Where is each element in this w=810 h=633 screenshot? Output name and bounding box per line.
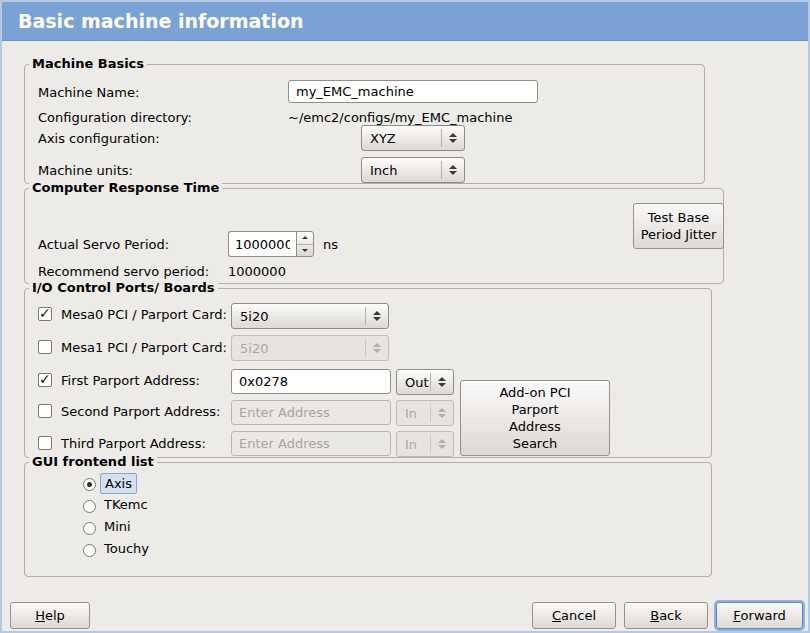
- machine-name-input[interactable]: [288, 80, 538, 103]
- second-parport-checkbox[interactable]: [38, 404, 52, 418]
- recommend-period-value: 1000000: [228, 264, 286, 280]
- config-dir-value: ~/emc2/configs/my_EMC_machine: [288, 110, 512, 126]
- radio-tkemc-label[interactable]: TKemc: [100, 495, 152, 514]
- addon-button-line1: Add-on PCI: [499, 384, 570, 401]
- cancel-button[interactable]: Cancel: [532, 602, 616, 629]
- mesa1-card-value: 5i20: [232, 341, 365, 356]
- test-base-period-jitter-button[interactable]: Test Base Period Jitter: [633, 203, 724, 249]
- radio-mini[interactable]: [83, 522, 96, 535]
- addon-button-line4: Search: [513, 435, 558, 452]
- test-button-line2: Period Jitter: [641, 226, 717, 243]
- servo-period-input[interactable]: [228, 231, 296, 257]
- first-parport-checkbox[interactable]: [38, 373, 52, 387]
- third-parport-label: Third Parport Address:: [61, 436, 206, 452]
- second-parport-direction-select: In: [396, 400, 454, 426]
- response-time-group: Computer Response Time Test Base Period …: [24, 188, 724, 284]
- help-button[interactable]: Help: [10, 602, 90, 629]
- radio-tkemc[interactable]: [83, 500, 96, 513]
- response-time-legend: Computer Response Time: [29, 180, 222, 195]
- servo-period-spinner[interactable]: [228, 231, 314, 257]
- second-parport-direction-value: In: [397, 406, 430, 421]
- addon-button-line2: Parport: [511, 401, 558, 418]
- mesa0-card-value: 5i20: [232, 309, 365, 324]
- first-parport-direction-select[interactable]: Out: [396, 369, 454, 395]
- machine-units-value: Inch: [362, 163, 441, 178]
- mesa1-checkbox[interactable]: [38, 340, 52, 354]
- radio-mini-label[interactable]: Mini: [100, 517, 135, 536]
- updown-arrows-icon: [431, 377, 453, 387]
- axis-config-value: XYZ: [362, 131, 441, 146]
- machine-name-label: Machine Name:: [38, 85, 139, 101]
- addon-button-line3: Address: [509, 418, 561, 435]
- gui-frontend-group: GUI frontend list Axis TKemc Mini Touchy: [24, 462, 712, 577]
- gui-frontend-legend: GUI frontend list: [29, 454, 157, 469]
- test-button-line1: Test Base: [648, 209, 709, 226]
- mesa1-card-select: 5i20: [231, 335, 389, 361]
- forward-button[interactable]: Forward: [716, 602, 803, 629]
- first-parport-direction-value: Out: [397, 375, 430, 390]
- radio-axis-label[interactable]: Axis: [100, 473, 137, 494]
- third-parport-checkbox[interactable]: [38, 436, 52, 450]
- radio-touchy-label[interactable]: Touchy: [100, 539, 153, 558]
- spin-up-icon[interactable]: [297, 232, 313, 245]
- updown-arrows-icon: [442, 133, 464, 143]
- basic-machine-information-window: Basic machine information Machine Basics…: [0, 0, 810, 633]
- updown-arrows-icon: [442, 165, 464, 175]
- servo-period-unit: ns: [323, 237, 338, 253]
- config-dir-label: Configuration directory:: [38, 110, 192, 126]
- first-parport-address-input[interactable]: [231, 369, 391, 394]
- recommend-period-label: Recommend servo period:: [38, 264, 209, 280]
- page-title: Basic machine information: [2, 2, 808, 41]
- mesa1-label: Mesa1 PCI / Parport Card:: [61, 340, 227, 356]
- spin-down-icon[interactable]: [297, 245, 313, 257]
- machine-units-label: Machine units:: [38, 163, 133, 179]
- second-parport-address-input: [231, 400, 391, 425]
- io-ports-group: I/O Control Ports/ Boards Mesa0 PCI / Pa…: [24, 288, 712, 458]
- axis-config-label: Axis configuration:: [38, 131, 160, 147]
- spinner-buttons[interactable]: [296, 231, 314, 257]
- first-parport-label: First Parport Address:: [61, 373, 200, 389]
- third-parport-address-input: [231, 431, 391, 456]
- io-ports-legend: I/O Control Ports/ Boards: [29, 280, 218, 295]
- mesa0-card-select[interactable]: 5i20: [231, 303, 389, 329]
- mesa0-label: Mesa0 PCI / Parport Card:: [61, 307, 227, 323]
- axis-config-select[interactable]: XYZ: [361, 125, 465, 151]
- radio-touchy[interactable]: [83, 544, 96, 557]
- machine-basics-group: Machine Basics Machine Name: Configurati…: [24, 64, 705, 184]
- addon-pci-search-button[interactable]: Add-on PCI Parport Address Search: [460, 380, 610, 456]
- updown-arrows-icon: [366, 311, 388, 321]
- updown-arrows-icon: [366, 343, 388, 353]
- radio-axis[interactable]: [83, 478, 96, 491]
- mesa0-checkbox[interactable]: [38, 307, 52, 321]
- updown-arrows-icon: [431, 408, 453, 418]
- machine-units-select[interactable]: Inch: [361, 157, 465, 183]
- third-parport-direction-select: In: [396, 431, 454, 457]
- machine-basics-legend: Machine Basics: [29, 56, 147, 71]
- updown-arrows-icon: [431, 439, 453, 449]
- back-button[interactable]: Back: [624, 602, 708, 629]
- third-parport-direction-value: In: [397, 437, 430, 452]
- servo-period-label: Actual Servo Period:: [38, 237, 169, 253]
- second-parport-label: Second Parport Address:: [61, 404, 220, 420]
